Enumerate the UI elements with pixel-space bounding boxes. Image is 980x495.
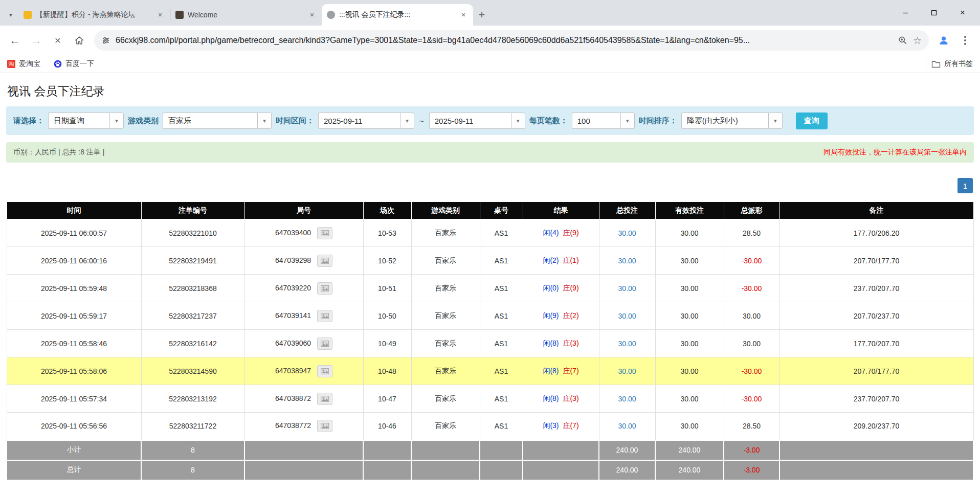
total-bet-link[interactable]: 30.00 — [618, 395, 636, 403]
result-player: 闲(8) — [543, 339, 559, 347]
cell-time: 2025-09-11 05:58:06 — [7, 357, 141, 385]
cell-bet-id: 522803213192 — [141, 385, 244, 413]
cell-table-no: AS1 — [480, 219, 523, 247]
url-text[interactable]: 66cxkj98.com/ipl/portal.php/game/betreco… — [116, 36, 893, 45]
tab-forum[interactable]: 【新提醒】积分 - 海燕策略论坛 × — [18, 4, 170, 26]
cell-session: 10-49 — [363, 330, 411, 357]
bookmark-label: 百度一下 — [65, 59, 94, 69]
page-number-button[interactable]: 1 — [957, 178, 973, 193]
table-row: 2025-09-11 06:00:57 522803221010 6470394… — [7, 219, 973, 247]
round-number: 647039400 — [275, 228, 311, 236]
bookmarks-bar: 淘 爱淘宝 百度一下 所有书签 — [0, 55, 980, 73]
game-type-value[interactable]: 百家乐 — [163, 112, 257, 129]
total-bet-link[interactable]: 30.00 — [618, 229, 636, 237]
game-type-select[interactable]: 百家乐 ▾ — [163, 112, 272, 129]
subtotal-row: 小计 8 240.00 240.00 -3.00 — [7, 440, 973, 460]
col-header-payout: 总派彩 — [724, 202, 779, 219]
round-replay-button[interactable] — [317, 255, 332, 267]
query-button[interactable]: 查询 — [796, 112, 828, 129]
tab-close-icon[interactable]: × — [155, 10, 165, 19]
cell-valid-bet: 30.00 — [655, 330, 724, 357]
result-player: 闲(3) — [543, 421, 559, 430]
time-sort-select[interactable]: 降幂(由大到小) ▾ — [681, 112, 783, 129]
cell-valid-bet: 30.00 — [655, 275, 724, 302]
col-header-time: 时间 — [7, 202, 141, 219]
zoom-icon[interactable] — [898, 35, 908, 46]
forward-button[interactable]: → — [27, 31, 46, 50]
stop-button[interactable]: × — [48, 31, 68, 50]
date-to-value[interactable]: 2025-09-11 — [429, 112, 511, 129]
cell-round: 647039400 — [244, 219, 363, 247]
cell-time: 2025-09-11 05:56:56 — [7, 413, 141, 440]
chevron-down-icon[interactable]: ▾ — [620, 112, 635, 129]
cell-round: 647039141 — [244, 302, 363, 330]
chevron-down-icon[interactable]: ▾ — [109, 112, 124, 129]
chevron-down-icon[interactable]: ▾ — [400, 112, 414, 129]
total-bet-link[interactable]: 30.00 — [618, 340, 636, 348]
cell-remark: 237.70/207.70 — [779, 275, 973, 302]
browser-menu-button[interactable] — [955, 31, 975, 50]
bookmark-baidu[interactable]: 百度一下 — [54, 59, 94, 69]
cell-bet-id: 522803217237 — [141, 302, 244, 330]
cell-game-type: 百家乐 — [411, 275, 480, 302]
round-replay-button[interactable] — [317, 393, 332, 405]
cell-total-bet: 30.00 — [599, 330, 655, 357]
round-replay-button[interactable] — [317, 338, 332, 350]
query-type-value[interactable]: 日期查询 — [48, 112, 109, 129]
total-bet-link[interactable]: 30.00 — [618, 367, 636, 375]
date-to-select[interactable]: 2025-09-11 ▾ — [429, 112, 525, 129]
bookmark-aitaobao[interactable]: 淘 爱淘宝 — [7, 59, 40, 69]
new-tab-button[interactable]: + — [473, 6, 491, 24]
page-content: 视讯 会员下注纪录 请选择： 日期查询 ▾ 游戏类别 百家乐 ▾ 时间区间： 2… — [0, 83, 980, 481]
query-type-select[interactable]: 日期查询 ▾ — [48, 112, 124, 129]
cell-payout: 30.00 — [724, 330, 779, 357]
home-button[interactable] — [70, 31, 89, 50]
profile-avatar[interactable] — [934, 31, 953, 50]
site-info-icon[interactable] — [101, 36, 110, 45]
date-from-value[interactable]: 2025-09-11 — [318, 112, 400, 129]
chevron-down-icon[interactable]: ▾ — [257, 112, 272, 129]
cell-round: 647039220 — [244, 275, 363, 302]
tab-bet-records-active[interactable]: :::视讯 会员下注纪录::: × — [322, 4, 473, 26]
all-bookmarks-button[interactable]: 所有书签 — [931, 59, 973, 69]
tab-close-icon[interactable]: × — [307, 10, 317, 19]
tab-close-icon[interactable]: × — [459, 10, 468, 19]
chevron-down-icon[interactable]: ▾ — [511, 112, 525, 129]
round-replay-button[interactable] — [317, 310, 332, 322]
total-bet-link[interactable]: 30.00 — [618, 284, 636, 292]
col-header-bet-id: 注单编号 — [141, 202, 244, 219]
total-bet-link[interactable]: 30.00 — [618, 312, 636, 320]
window-controls: × — [891, 0, 977, 26]
chevron-down-icon[interactable]: ▾ — [768, 112, 783, 129]
window-close-button[interactable]: × — [948, 0, 977, 26]
tab-search-chevron-icon[interactable]: ▾ — [3, 4, 18, 26]
round-replay-button[interactable] — [317, 227, 332, 239]
picture-icon — [321, 313, 329, 319]
cell-result: 闲(8) 庄(7) — [523, 357, 599, 385]
tab-welcome[interactable]: Welcome × — [170, 4, 322, 26]
cell-time: 2025-09-11 06:00:57 — [7, 219, 141, 247]
round-replay-button[interactable] — [317, 282, 332, 295]
baidu-icon — [54, 60, 62, 68]
round-replay-button[interactable] — [317, 420, 332, 432]
date-from-select[interactable]: 2025-09-11 ▾ — [318, 112, 414, 129]
result-banker: 庄(9) — [563, 229, 578, 237]
folder-icon — [931, 60, 941, 68]
window-maximize-button[interactable] — [920, 0, 948, 26]
bookmark-star-icon[interactable]: ☆ — [913, 35, 922, 47]
window-minimize-button[interactable] — [891, 0, 920, 26]
result-banker: 庄(3) — [563, 339, 578, 347]
result-banker: 庄(7) — [563, 421, 578, 430]
time-sort-value[interactable]: 降幂(由大到小) — [681, 112, 768, 129]
table-row: 2025-09-11 05:59:17 522803217237 6470391… — [7, 302, 973, 330]
total-bet-link[interactable]: 30.00 — [618, 257, 636, 265]
address-bar[interactable]: 66cxkj98.com/ipl/portal.php/game/betreco… — [94, 30, 929, 51]
result-player: 闲(4) — [543, 229, 559, 237]
per-page-value[interactable]: 100 — [572, 112, 620, 129]
cell-session: 10-46 — [363, 413, 411, 440]
cell-game-type: 百家乐 — [411, 247, 480, 275]
round-replay-button[interactable] — [317, 365, 332, 377]
per-page-select[interactable]: 100 ▾ — [572, 112, 635, 129]
back-button[interactable]: ← — [5, 31, 25, 50]
total-bet-link[interactable]: 30.00 — [618, 422, 636, 430]
